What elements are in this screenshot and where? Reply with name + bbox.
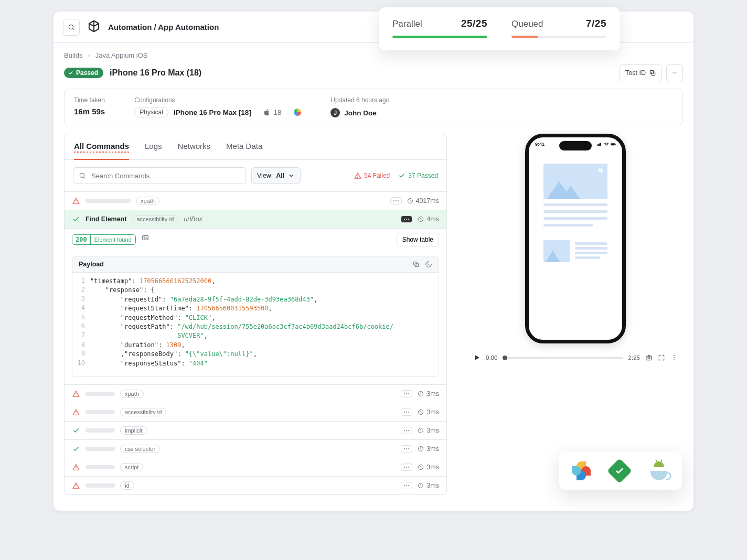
duration: 3ms [418, 408, 439, 416]
row-menu[interactable] [401, 464, 412, 471]
theme-icon[interactable] [425, 261, 432, 268]
scrub-track[interactable] [503, 357, 623, 359]
placeholder [86, 483, 115, 488]
copy-icon[interactable] [412, 261, 420, 268]
passed-count: 37 Passed [398, 172, 438, 179]
warning-icon [354, 172, 361, 179]
svg-marker-35 [475, 355, 479, 360]
svg-rect-34 [615, 144, 615, 145]
playback-duration: 2:25 [628, 354, 640, 361]
camera-icon[interactable] [645, 354, 653, 361]
svg-rect-29 [598, 144, 599, 146]
breadcrumb-leaf[interactable]: Java Appium iOS [95, 51, 148, 59]
user-name: John Doe [344, 109, 377, 117]
copy-icon [649, 69, 656, 77]
search-commands[interactable] [73, 167, 246, 184]
command-row[interactable]: xpath3ms [65, 384, 446, 403]
payload-panel: Payload 1"timestamp": 170566560162525200… [72, 256, 439, 377]
status-icon [72, 427, 80, 434]
command-row[interactable]: accessibility id3ms [65, 403, 446, 421]
play-icon[interactable] [473, 354, 481, 361]
locator-tag: id [120, 481, 134, 490]
status-badge: Passed [64, 68, 103, 78]
row-menu[interactable] [390, 197, 402, 204]
fullscreen-icon[interactable] [658, 354, 665, 361]
command-row-selected[interactable]: Find Element accessibility-id urlBox 4ms [65, 210, 446, 228]
placeholder [86, 428, 115, 433]
command-name: Find Element [86, 216, 126, 223]
command-row[interactable]: implicit3ms [65, 421, 446, 439]
more-icon[interactable] [670, 354, 678, 361]
command-row[interactable]: id3ms [65, 476, 446, 494]
breadcrumb: Builds › Java Appium iOS [64, 51, 683, 59]
screenshot-icon[interactable] [142, 235, 149, 243]
status-error-icon [72, 197, 80, 204]
command-row[interactable]: script3ms [65, 458, 446, 476]
locator-value: urlBox [184, 216, 202, 223]
duration: 3ms [418, 464, 439, 471]
placeholder [86, 199, 131, 203]
svg-point-5 [674, 72, 675, 73]
result-capsule: 200 Element found [72, 234, 136, 245]
svg-point-40 [674, 359, 675, 360]
device-clock: 9:41 [535, 142, 545, 147]
svg-point-6 [676, 72, 676, 73]
status-icon [72, 445, 80, 453]
svg-point-0 [69, 25, 73, 29]
command-row[interactable]: xpath 4017ms [65, 191, 446, 210]
search-icon [68, 24, 75, 31]
locator-tag: xpath [136, 197, 159, 205]
payload-code: 1"timestamp": 1705665601625252000,2 "res… [72, 273, 439, 376]
os-version: 18 [263, 109, 281, 116]
queued-bar [511, 36, 538, 38]
duration: 4017ms [407, 197, 439, 204]
row-menu[interactable] [401, 427, 412, 434]
svg-point-7 [80, 173, 84, 177]
row-menu[interactable] [401, 408, 412, 416]
view-filter[interactable]: View: All [251, 167, 301, 184]
row-menu[interactable] [401, 445, 412, 453]
search-button[interactable] [63, 19, 80, 36]
svg-point-10 [357, 177, 358, 178]
show-table-button[interactable]: Show table [397, 233, 439, 246]
locator-tag: accessibility-id [132, 215, 178, 223]
locator-tag: xpath [120, 390, 144, 398]
placeholder [86, 392, 115, 396]
svg-point-39 [674, 357, 675, 358]
svg-point-15 [144, 237, 145, 238]
tab-meta-data[interactable]: Meta Data [226, 142, 262, 159]
video-scrubber[interactable]: 0:00 2:25 [473, 354, 678, 361]
tab-networks[interactable]: Networks [178, 142, 211, 159]
svg-point-38 [674, 355, 675, 356]
tab-logs[interactable]: Logs [145, 142, 162, 159]
search-input[interactable] [90, 171, 240, 180]
status-icon [72, 464, 80, 471]
svg-rect-33 [611, 144, 614, 145]
duration: 3ms [418, 390, 439, 397]
check-badge-icon [607, 458, 632, 483]
row-menu[interactable] [401, 216, 412, 223]
physical-tag: Physical [134, 107, 168, 117]
test-id-button[interactable]: Test ID [620, 64, 662, 81]
row-menu[interactable] [401, 482, 412, 489]
chevron-right-icon: › [88, 51, 90, 59]
row-menu[interactable] [401, 390, 412, 397]
locator-tag: script [120, 463, 143, 471]
avatar: J [330, 108, 340, 117]
device-indicators [597, 142, 616, 147]
tab-all-commands[interactable]: All Commands [74, 142, 129, 160]
svg-rect-31 [600, 143, 601, 146]
locator-tag: accessibility id [120, 408, 166, 416]
command-row[interactable]: css selector3ms [65, 439, 446, 458]
breadcrumb-root[interactable]: Builds [64, 51, 82, 59]
placeholder [86, 410, 115, 414]
failed-count: 54 Failed [354, 172, 390, 179]
check-icon [398, 172, 405, 179]
commands-panel: All CommandsLogsNetworksMeta Data View: … [64, 134, 447, 495]
status-ok-icon [72, 216, 80, 223]
playback-position: 0:00 [486, 354, 497, 361]
more-menu-button[interactable] [666, 64, 683, 81]
configurations: Physical iPhone 16 Pro Max [18] · 18 · [134, 107, 301, 117]
device-name: iPhone 16 Pro Max [18] [174, 109, 251, 116]
framework-icon [294, 109, 301, 116]
